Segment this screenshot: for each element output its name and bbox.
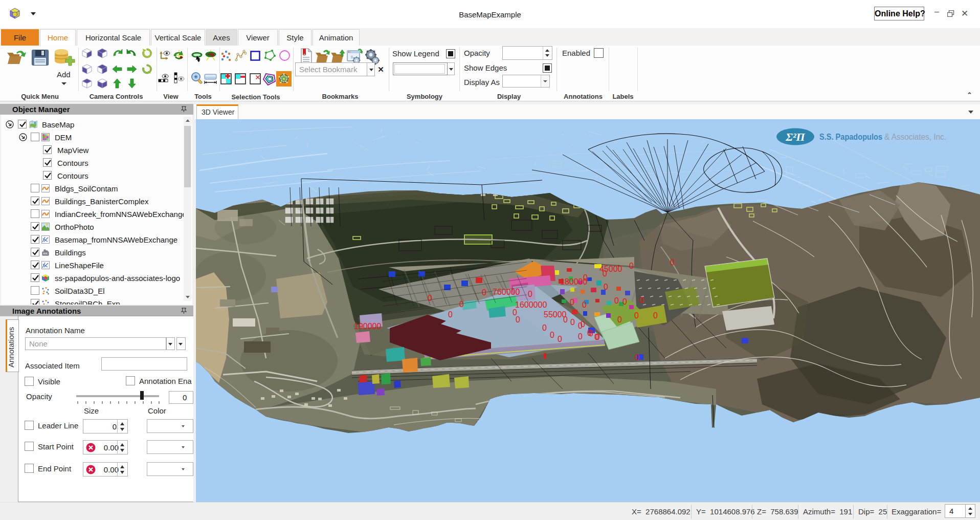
svg-text:0: 0 [583,273,588,282]
svg-text:0: 0 [653,311,658,320]
svg-text:1600000: 1600000 [515,300,547,309]
svg-text:0: 0 [428,294,432,302]
svg-text:& Associates, Inc.: & Associates, Inc. [884,132,946,141]
svg-text:0: 0 [629,262,634,270]
svg-text:0: 0 [617,315,622,324]
svg-text:0: 0 [604,283,608,291]
svg-text:0: 0 [578,332,583,341]
svg-text:0: 0 [670,258,675,267]
svg-text:0: 0 [550,331,554,339]
svg-text:0: 0 [448,310,453,319]
svg-text:0: 0 [614,296,619,305]
svg-text:0: 0 [516,315,520,324]
svg-text:0: 0 [459,300,464,309]
svg-text:0: 0 [595,333,600,341]
svg-text:760000: 760000 [493,288,520,296]
svg-text:0: 0 [635,353,639,362]
svg-text:0: 0 [589,329,593,338]
svg-text:0: 0 [570,318,575,327]
svg-text:0: 0 [542,323,547,332]
svg-text:190000: 190000 [354,322,381,331]
svg-text:0: 0 [563,315,568,324]
svg-text:S.S. Papadopulos: S.S. Papadopulos [819,132,882,141]
svg-text:0: 0 [570,298,574,307]
svg-text:0: 0 [528,290,532,298]
svg-text:Σ²Π: Σ²Π [785,131,805,143]
svg-text:0: 0 [639,296,644,305]
svg-text:0: 0 [558,335,562,343]
svg-text:0: 0 [482,288,486,297]
svg-text:0: 0 [634,311,639,320]
svg-text:0: 0 [622,297,627,306]
svg-text:0: 0 [582,300,587,309]
svg-text:0: 0 [603,269,607,278]
svg-text:0: 0 [578,321,583,330]
